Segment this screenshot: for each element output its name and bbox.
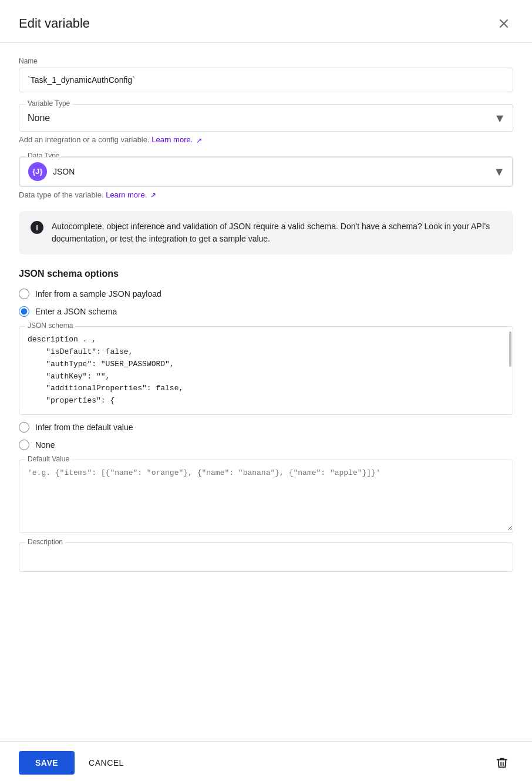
info-icon: i <box>31 221 43 234</box>
radio-item-enter-schema[interactable]: Enter a JSON schema <box>19 306 513 317</box>
delete-button[interactable] <box>491 752 513 774</box>
json-schema-label: JSON schema <box>25 321 75 330</box>
radio-infer-sample[interactable] <box>19 289 29 299</box>
radio-item-none[interactable]: None <box>19 440 513 450</box>
info-text: Autocomplete, object inference and valid… <box>52 220 501 245</box>
data-type-select[interactable]: JSON String Integer Boolean List Map <box>53 167 504 176</box>
name-label: Name <box>19 57 513 65</box>
save-button[interactable]: SAVE <box>19 751 75 775</box>
data-type-inner-wrapper: {J} JSON String Integer Boolean List Map… <box>19 157 513 186</box>
variable-type-field-group: Variable Type None Integration Config ▼ … <box>19 104 513 145</box>
close-icon <box>497 16 511 31</box>
scrollbar[interactable] <box>508 327 513 414</box>
default-value-textarea[interactable] <box>19 460 513 531</box>
variable-type-helper: Add an integration or a config variable.… <box>19 135 513 145</box>
external-link-icon: ↗ <box>196 136 202 145</box>
dialog-title: Edit variable <box>19 16 90 31</box>
data-type-select-wrapper: Data Type {J} JSON String Integer Boolea… <box>19 156 513 187</box>
radio-item-infer-default[interactable]: Infer from the default value <box>19 422 513 433</box>
radio-label-infer-sample: Infer from a sample JSON payload <box>35 289 161 299</box>
variable-type-learn-more-link[interactable]: Learn more. ↗ <box>151 135 202 144</box>
radio-infer-default[interactable] <box>19 422 29 433</box>
dialog-footer: SAVE CANCEL <box>0 741 532 784</box>
data-type-external-link-icon: ↗ <box>150 191 156 199</box>
data-type-icon: {J} <box>28 162 47 181</box>
dialog-header: Edit variable <box>0 0 532 43</box>
close-button[interactable] <box>494 14 513 33</box>
json-schema-options-section: JSON schema options Infer from a sample … <box>19 269 513 450</box>
scrollbar-thumb <box>509 331 511 367</box>
name-input[interactable] <box>19 68 513 92</box>
default-value-wrapper: Default Value <box>19 460 513 533</box>
variable-type-label: Variable Type <box>25 99 72 108</box>
variable-type-select[interactable]: None Integration Config <box>19 105 513 131</box>
radio-label-none: None <box>35 440 55 450</box>
data-type-learn-more-link[interactable]: Learn more. ↗ <box>106 190 156 199</box>
json-schema-content[interactable]: description . , "isDefault": false, "aut… <box>19 327 513 414</box>
json-schema-options-title: JSON schema options <box>19 269 513 279</box>
description-label: Description <box>25 538 65 546</box>
variable-type-select-wrapper: Variable Type None Integration Config ▼ <box>19 104 513 132</box>
json-schema-radio-group: Infer from a sample JSON payload Enter a… <box>19 289 513 450</box>
radio-label-enter-schema: Enter a JSON schema <box>35 307 117 316</box>
json-schema-editor-section: JSON schema description . , "isDefault":… <box>19 326 513 415</box>
info-box: i Autocomplete, object inference and val… <box>19 211 513 254</box>
data-type-field-group: Data Type {J} JSON String Integer Boolea… <box>19 156 513 200</box>
delete-icon <box>496 756 509 769</box>
cancel-button[interactable]: CANCEL <box>84 751 129 775</box>
dialog-body: Name Variable Type None Integration Conf… <box>0 43 532 741</box>
json-schema-textarea-wrapper: JSON schema description . , "isDefault":… <box>19 326 513 415</box>
edit-variable-dialog: Edit variable Name Variable Type None In… <box>0 0 532 784</box>
default-value-label: Default Value <box>25 455 72 463</box>
name-field-group: Name <box>19 57 513 92</box>
radio-label-infer-default: Infer from the default value <box>35 423 133 432</box>
data-type-helper: Data type of the variable. Learn more. ↗ <box>19 190 513 200</box>
radio-none[interactable] <box>19 440 29 450</box>
description-field-wrapper: Description <box>19 542 513 572</box>
radio-enter-schema[interactable] <box>19 306 29 317</box>
radio-item-infer-sample[interactable]: Infer from a sample JSON payload <box>19 289 513 299</box>
